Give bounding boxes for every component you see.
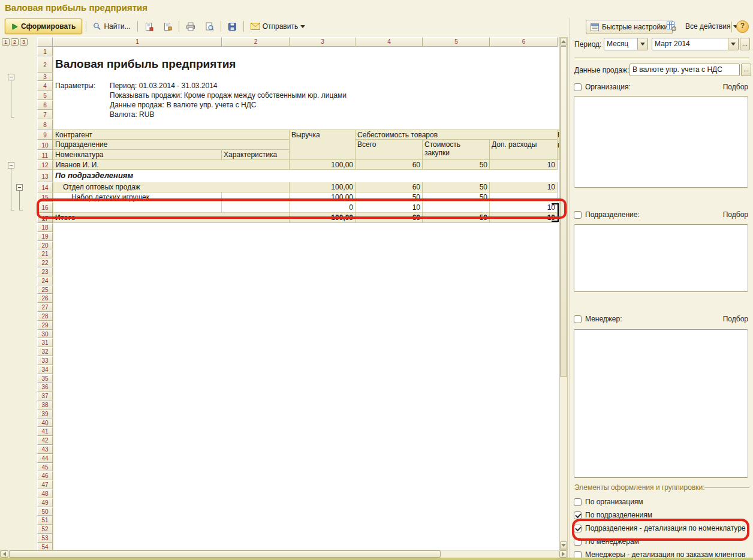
filter-checkbox-row[interactable]: Менеджер:: [574, 314, 622, 324]
row-header-47[interactable]: 47: [37, 480, 53, 489]
table-header-total[interactable]: Всего: [356, 140, 423, 160]
all-actions-button[interactable]: Все действия: [682, 20, 741, 33]
checkbox-unchecked[interactable]: [574, 83, 582, 91]
group-level-button-1[interactable]: 1: [2, 38, 10, 46]
row-header-30[interactable]: 30: [37, 330, 53, 339]
row-header-4[interactable]: 4: [37, 81, 53, 91]
row-header-6[interactable]: 6: [37, 100, 53, 110]
row-header-24[interactable]: 24: [37, 276, 53, 285]
report-cell-revenue[interactable]: 100,00: [290, 182, 356, 192]
sales-data-field[interactable]: В валюте упр. учета с НДС: [629, 64, 740, 76]
generate-button[interactable]: Сформировать: [5, 19, 82, 34]
row-header-21[interactable]: 21: [37, 249, 53, 258]
row-header-12[interactable]: 12: [37, 160, 53, 170]
report-cell-purchase[interactable]: 50: [423, 160, 490, 170]
period-value-combobox[interactable]: Март 2014: [652, 38, 739, 50]
row-header-18[interactable]: 18: [37, 223, 53, 232]
row-header-26[interactable]: 26: [37, 294, 53, 303]
corner-cell[interactable]: [37, 37, 53, 47]
collapse-minus-icon[interactable]: [8, 162, 14, 168]
checkbox-checked[interactable]: [574, 511, 582, 519]
scroll-right-button[interactable]: [559, 550, 567, 558]
row-header-28[interactable]: 28: [37, 312, 53, 321]
save-variant-button[interactable]: [141, 19, 156, 34]
report-cell-revenue[interactable]: 100,00: [290, 160, 356, 170]
row-header-22[interactable]: 22: [37, 258, 53, 267]
checkbox-unchecked[interactable]: [574, 498, 582, 506]
sales-data-ellipsis-button[interactable]: ...: [741, 64, 751, 76]
row-header-50[interactable]: 50: [37, 507, 53, 516]
report-title[interactable]: Валовая прибыль предприятия: [55, 58, 236, 71]
column-header-5[interactable]: 5: [423, 37, 490, 47]
filter-listbox[interactable]: [574, 329, 748, 478]
group-level-button-3[interactable]: 3: [20, 38, 28, 46]
report-params-label[interactable]: Параметры:: [55, 82, 95, 90]
row-header-40[interactable]: 40: [37, 419, 53, 427]
row-header-1[interactable]: 1: [37, 47, 53, 56]
row-header-44[interactable]: 44: [37, 454, 53, 463]
scroll-down-button[interactable]: [560, 541, 567, 549]
find-button[interactable]: Найти...: [90, 19, 133, 34]
report-settings-button[interactable]: [664, 20, 680, 33]
report-total-purchase[interactable]: 50: [423, 213, 490, 223]
checkbox-unchecked[interactable]: [574, 211, 582, 219]
row-header-39[interactable]: 39: [37, 410, 53, 419]
checkbox-unchecked[interactable]: [574, 538, 582, 546]
report-total-label[interactable]: Итого: [53, 213, 290, 223]
row-header-17[interactable]: 17: [37, 213, 53, 223]
row-header-11[interactable]: 11: [37, 150, 53, 160]
scroll-left-button[interactable]: [1, 550, 8, 558]
row-header-34[interactable]: 34: [37, 365, 53, 374]
report-cell-purchase[interactable]: 50: [423, 192, 490, 202]
report-cell-characteristic[interactable]: [222, 192, 290, 202]
row-header-45[interactable]: 45: [37, 463, 53, 472]
row-header-20[interactable]: 20: [37, 241, 53, 250]
checkbox-checked[interactable]: [574, 525, 582, 532]
table-header-nomenclature[interactable]: Номенклатура: [53, 150, 222, 160]
row-header-42[interactable]: 42: [37, 436, 53, 445]
report-group-row[interactable]: По подразделениям: [55, 171, 133, 180]
row-header-35[interactable]: 35: [37, 374, 53, 383]
collapse-minus-icon[interactable]: [16, 184, 23, 191]
combo-arrow-button[interactable]: [728, 38, 738, 50]
row-header-52[interactable]: 52: [37, 525, 53, 534]
row-header-5[interactable]: 5: [37, 91, 53, 100]
pick-link[interactable]: Подбор: [723, 315, 748, 323]
row-header-3[interactable]: 3: [37, 73, 53, 81]
print-button[interactable]: [183, 19, 198, 34]
row-header-51[interactable]: 51: [37, 516, 53, 525]
report-cell-total[interactable]: 60: [356, 160, 423, 170]
row-header-49[interactable]: 49: [37, 498, 53, 507]
row-header-7[interactable]: 7: [37, 110, 53, 119]
report-cell-purchase[interactable]: 50: [423, 182, 490, 192]
report-cell-name[interactable]: Набор детских игрушек: [53, 192, 222, 202]
period-type-combobox[interactable]: Месяц: [604, 38, 648, 50]
grouping-option-row[interactable]: Подразделения - детализация по номенклат…: [574, 523, 746, 533]
table-header-cost[interactable]: Себестоимость товаров: [356, 130, 558, 140]
row-header-46[interactable]: 46: [37, 471, 53, 480]
row-header-41[interactable]: 41: [37, 427, 53, 436]
report-cell-extra[interactable]: 10: [490, 182, 558, 192]
table-header-contragent[interactable]: Контрагент: [53, 130, 290, 140]
row-header-38[interactable]: 38: [37, 401, 53, 410]
row-header-8[interactable]: 8: [37, 119, 53, 130]
scroll-up-button[interactable]: [560, 38, 567, 46]
row-header-43[interactable]: 43: [37, 445, 53, 454]
row-header-32[interactable]: 32: [37, 347, 53, 356]
column-header-3[interactable]: 3: [290, 37, 356, 47]
help-button[interactable]: ?: [736, 20, 749, 33]
report-param-line[interactable]: Данные продаж: В валюте упр. учета с НДС: [110, 101, 257, 109]
report-cell-name[interactable]: Иванов И. И.: [53, 160, 290, 170]
report-total-extra[interactable]: 10: [490, 213, 558, 223]
row-header-27[interactable]: 27: [37, 303, 53, 312]
report-cell-total[interactable]: 60: [356, 182, 423, 192]
choose-variant-button[interactable]: [160, 19, 175, 34]
row-header-15[interactable]: 15: [37, 192, 53, 202]
report-cell-total[interactable]: 50: [356, 192, 423, 202]
group-level-button-2[interactable]: 2: [11, 38, 19, 46]
table-header-division[interactable]: Подразделение: [53, 140, 290, 150]
save-button[interactable]: [225, 19, 240, 34]
row-header-33[interactable]: 33: [37, 356, 53, 365]
grouping-option-row[interactable]: По менеджерам: [574, 537, 639, 546]
grouping-option-row[interactable]: По организациям: [574, 497, 643, 507]
